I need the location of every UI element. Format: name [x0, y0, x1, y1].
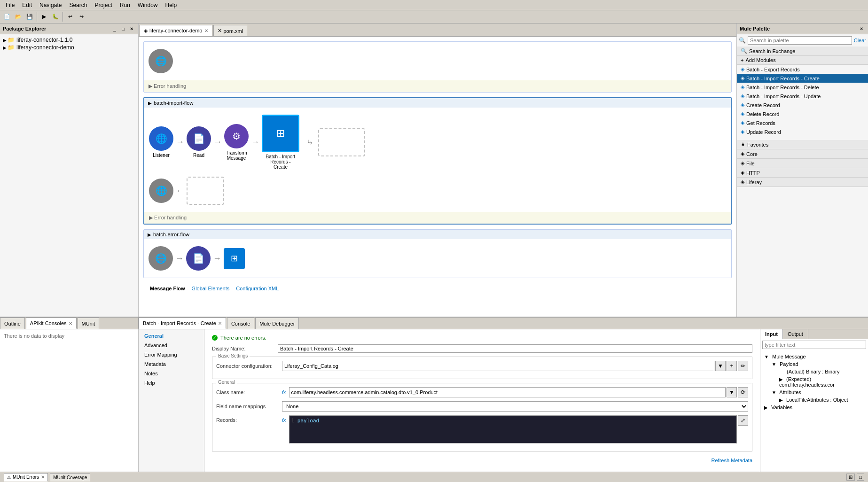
close-panel-btn[interactable]: ✕: [128, 25, 135, 32]
tab-liferay-connector-demo[interactable]: ◈ liferay-connector-demo ✕: [140, 25, 212, 36]
flow-node-err-3[interactable]: ⊞: [224, 248, 245, 269]
class-name-refresh-btn[interactable]: ⟳: [738, 387, 748, 397]
menu-search[interactable]: Search: [65, 1, 91, 9]
nav-item-help[interactable]: Help: [139, 378, 204, 388]
tab-munit[interactable]: MUnit: [78, 318, 100, 329]
menu-window[interactable]: Window: [134, 1, 162, 9]
palette-item-batch-export[interactable]: ◈ Batch - Export Records: [737, 65, 868, 74]
statusbar-icon-1[interactable]: ⊞: [846, 474, 855, 481]
nav-item-error-mapping[interactable]: Error Mapping: [139, 350, 204, 359]
flow-node-listener-2[interactable]: 🌐: [149, 179, 173, 203]
palette-item-get-records[interactable]: ◈ Get Records: [737, 118, 868, 127]
tree-item-liferay-connector-demo[interactable]: ▶ 📁 liferay-connector-demo: [2, 44, 136, 51]
nav-item-notes[interactable]: Notes: [139, 369, 204, 378]
flow-node-transform[interactable]: ⚙ TransformMessage: [224, 124, 249, 161]
tab-console[interactable]: Console: [227, 318, 254, 329]
menu-file[interactable]: File: [2, 1, 18, 9]
connector-config-add-btn[interactable]: +: [727, 361, 737, 371]
flow-node-batch-import[interactable]: ⊞ Batch - ImportRecords -Create: [262, 115, 299, 170]
toolbar-debug[interactable]: 🐛: [50, 12, 61, 22]
fx-icon-records[interactable]: fx: [282, 415, 286, 423]
tree-node-expected[interactable]: ▶ (Expected) com.liferay.headless.cor: [777, 375, 866, 389]
toolbar-redo[interactable]: ↪: [76, 12, 86, 22]
connector-config-dropdown-btn[interactable]: ▼: [715, 361, 726, 371]
palette-item-create-record[interactable]: ◈ Create Record: [737, 101, 868, 109]
flow-node-err-2[interactable]: 📄: [186, 246, 211, 271]
flow-section-header-import[interactable]: ▶ batch-import-flow: [144, 98, 731, 108]
tab-output[interactable]: Output: [783, 329, 808, 339]
flow-section-header-error[interactable]: ▶ batch-error-flow: [144, 230, 731, 239]
palette-category-favorites[interactable]: ★ Favorites: [737, 140, 868, 149]
toolbar-open[interactable]: 📂: [13, 12, 23, 22]
palette-search-input[interactable]: [748, 36, 852, 45]
nav-item-general[interactable]: General: [139, 331, 204, 341]
statusbar-icon-2[interactable]: □: [857, 474, 864, 481]
records-expand-btn[interactable]: ⤢: [738, 415, 748, 426]
maximize-panel-btn[interactable]: □: [119, 25, 127, 32]
tab-munit-errors[interactable]: ⚠ MUnit Errors ✕: [4, 473, 48, 482]
flow-node-listener[interactable]: 🌐 Listener: [149, 126, 173, 158]
palette-category-http[interactable]: ◈ HTTP: [737, 168, 868, 178]
link-config-xml[interactable]: Configuration XML: [233, 285, 282, 292]
tab-close-batch-config[interactable]: ✕: [218, 321, 222, 326]
flow-node-listener-top[interactable]: 🌐: [149, 49, 173, 73]
nav-item-metadata[interactable]: Metadata: [139, 359, 204, 369]
menu-run[interactable]: Run: [116, 1, 134, 9]
menu-edit[interactable]: Edit: [18, 1, 36, 9]
field-name-mappings-select[interactable]: None: [282, 401, 748, 412]
palette-category-core[interactable]: ◈ Core: [737, 149, 868, 159]
flow-node-read[interactable]: 📄 Read: [187, 126, 211, 158]
tab-apikit-consoles[interactable]: APIkit Consoles ✕: [26, 318, 77, 329]
link-message-flow[interactable]: Message Flow: [147, 285, 188, 292]
refresh-metadata-link[interactable]: Refresh Metadata: [712, 458, 752, 463]
tree-item-liferay-connector[interactable]: ▶ 📁 liferay-connector-1.1.0: [2, 36, 136, 44]
nav-item-advanced[interactable]: Advanced: [139, 341, 204, 350]
records-editor[interactable]: 1 payload: [289, 415, 737, 443]
menu-project[interactable]: Project: [91, 1, 116, 9]
tab-close-connector[interactable]: ✕: [204, 28, 208, 33]
tree-node-mule-message[interactable]: ▼ Mule Message: [762, 353, 866, 360]
menu-help[interactable]: Help: [162, 1, 181, 9]
minimize-panel-btn[interactable]: _: [111, 25, 118, 32]
palette-category-liferay[interactable]: ◈ Liferay: [737, 178, 868, 187]
toolbar-save[interactable]: 💾: [24, 12, 35, 22]
tab-close-munit-errors[interactable]: ✕: [41, 474, 45, 480]
tab-outline[interactable]: Outline: [0, 318, 25, 329]
filter-input[interactable]: [762, 341, 866, 349]
palette-item-batch-import-create[interactable]: ◈ Batch - Import Records - Create: [737, 74, 868, 83]
menu-navigate[interactable]: Navigate: [36, 1, 65, 9]
palette-item-delete-record[interactable]: ◈ Delete Record: [737, 109, 868, 118]
batch-export-icon: ◈: [741, 66, 744, 72]
palette-item-batch-import-delete[interactable]: ◈ Batch - Import Records - Delete: [737, 83, 868, 92]
node-label-listener: Listener: [153, 153, 170, 158]
flow-node-err-1[interactable]: 🌐: [149, 246, 173, 271]
display-name-input[interactable]: [278, 344, 752, 353]
fx-icon-class[interactable]: fx: [282, 389, 286, 395]
palette-category-add-modules[interactable]: + Add Modules: [737, 56, 868, 65]
tab-input[interactable]: Input: [760, 329, 783, 339]
tab-mule-debugger[interactable]: Mule Debugger: [255, 318, 299, 329]
tree-node-attributes[interactable]: ▼ Attributes: [770, 389, 866, 396]
tab-close-apikit[interactable]: ✕: [69, 321, 72, 326]
palette-category-search-exchange[interactable]: 🔍 Search in Exchange: [737, 47, 868, 56]
tab-munit-coverage[interactable]: MUnit Coverage: [50, 473, 90, 482]
dashed-placeholder-2: [187, 177, 224, 205]
link-global-elements[interactable]: Global Elements: [189, 285, 233, 292]
palette-category-file[interactable]: ◈ File: [737, 159, 868, 168]
palette-close-btn[interactable]: ✕: [858, 25, 865, 32]
class-name-input[interactable]: [289, 387, 726, 397]
class-name-dropdown-btn[interactable]: ▼: [727, 387, 737, 397]
palette-clear-btn[interactable]: Clear: [854, 38, 866, 43]
tree-node-local-file[interactable]: ▶ LocalFileAttributes : Object: [777, 396, 866, 404]
connector-config-input[interactable]: [282, 361, 714, 371]
toolbar-new[interactable]: 📄: [2, 12, 12, 22]
toolbar-undo[interactable]: ↩: [65, 12, 75, 22]
palette-item-batch-import-update[interactable]: ◈ Batch - Import Records - Update: [737, 92, 868, 101]
palette-item-update-record[interactable]: ◈ Update Record: [737, 127, 868, 136]
tab-pom[interactable]: ✕ pom.xml: [213, 25, 248, 36]
connector-config-edit-btn[interactable]: ✏: [738, 361, 748, 371]
toolbar-run[interactable]: ▶: [39, 12, 49, 22]
tab-batch-import-config[interactable]: Batch - Import Records - Create ✕: [139, 318, 226, 329]
tree-node-variables[interactable]: ▶ Variables: [762, 404, 866, 411]
tree-node-payload[interactable]: ▼ Payload: [770, 360, 866, 368]
